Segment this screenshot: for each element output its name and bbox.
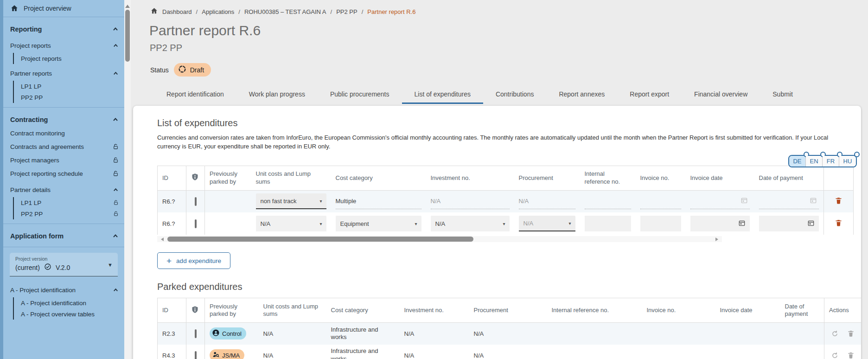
translation-status-dot <box>854 152 860 157</box>
table-header-row: ID Previously parked by Unit costs and L… <box>158 298 862 323</box>
tab-financial-overview[interactable]: Financial overview <box>682 86 760 104</box>
sidebar-item-project-overview[interactable]: Project overview <box>3 0 124 17</box>
invoice-no-input[interactable] <box>640 193 681 209</box>
sidebar-item-lp1-lp[interactable]: LP1 LP <box>14 81 124 92</box>
invoice-date-picker[interactable] <box>690 216 750 231</box>
scroll-left-arrow[interactable] <box>159 237 164 241</box>
internal-reference-input[interactable] <box>585 216 631 231</box>
scrollbar-thumb[interactable] <box>125 10 130 62</box>
scrollbar-thumb[interactable] <box>167 237 473 242</box>
payment-date-picker[interactable] <box>759 193 819 209</box>
tab-list-of-expenditures[interactable]: List of expenditures <box>402 86 483 104</box>
expenditures-table: ID Previously parked by Unit costs and L… <box>157 166 854 235</box>
main-vertical-scrollbar[interactable] <box>124 0 131 359</box>
sidebar-item-partner-details-header[interactable]: Partner details <box>3 184 124 196</box>
delete-parked-button[interactable] <box>847 329 855 338</box>
sidebar-section-application-form[interactable]: Application form <box>3 229 124 243</box>
unit-costs-select[interactable]: non fast track▾ <box>256 193 326 209</box>
sidebar-item-project-reporting-schedule[interactable]: Project reporting schedule <box>3 167 124 180</box>
tab-submit[interactable]: Submit <box>760 86 805 104</box>
parked-by-badge: Control <box>210 327 246 340</box>
shield-info-icon <box>191 308 199 315</box>
sidebar-item-contract-monitoring[interactable]: Contract monitoring <box>3 127 124 140</box>
row-checkbox[interactable] <box>195 219 197 228</box>
calendar-icon[interactable] <box>738 219 746 228</box>
breadcrumb-partner[interactable]: PP2 PP <box>336 8 357 15</box>
row-checkbox[interactable] <box>195 329 197 338</box>
tab-public-procurements[interactable]: Public procurements <box>318 86 402 104</box>
procurement-select[interactable]: N/A▾ <box>519 216 575 231</box>
sidebar-item-a-project-overview-tables[interactable]: A - Project overview tables <box>14 308 124 320</box>
sidebar-group: Project reports <box>13 53 124 64</box>
parked-row: R2.3 Control N/A Infrastructure and work… <box>158 323 862 345</box>
language-tab-hu[interactable]: HU <box>839 156 856 167</box>
language-tab-de[interactable]: DE <box>789 156 806 167</box>
table-horizontal-scrollbar[interactable] <box>157 236 722 242</box>
delete-expenditure-button[interactable] <box>835 218 842 227</box>
divider <box>3 107 124 108</box>
tab-work-plan-progress[interactable]: Work plan progress <box>236 86 318 104</box>
cell-investment: N/A <box>400 345 469 359</box>
lock-icon <box>113 157 119 164</box>
internal-reference-input[interactable] <box>585 193 631 209</box>
add-expenditure-button[interactable]: + add expenditure <box>157 252 230 269</box>
tab-contributions[interactable]: Contributions <box>483 86 547 104</box>
delete-parked-button[interactable] <box>847 351 855 359</box>
row-checkbox[interactable] <box>195 197 197 206</box>
sidebar-item-section-a-header[interactable]: A - Project identification <box>3 284 124 296</box>
row-checkbox[interactable] <box>195 351 197 359</box>
investment-field[interactable]: N/A <box>431 193 510 209</box>
scroll-right-arrow[interactable] <box>715 237 720 241</box>
investment-select[interactable]: N/A▾ <box>431 216 510 231</box>
col-internal-reference-no: Internal reference no. <box>547 298 642 323</box>
divider <box>3 17 124 17</box>
cost-category-select[interactable]: Equipment▾ <box>336 216 421 231</box>
tab-report-export[interactable]: Report export <box>617 86 682 104</box>
breadcrumb-dashboard[interactable]: Dashboard <box>162 8 192 15</box>
chevron-down-icon: ▾ <box>319 199 322 204</box>
col-invoice-date: Invoice date <box>686 166 754 190</box>
invoice-date-picker[interactable] <box>690 193 750 209</box>
sidebar-item-pp2-pp[interactable]: PP2 PP <box>14 92 124 103</box>
expenditure-row: R6.? N/A▾ Equipment▾ N/A▾ N/A▾ <box>158 212 854 235</box>
cost-category-field[interactable]: Multiple <box>336 193 421 209</box>
sidebar-item-a-project-identification[interactable]: A - Project identification <box>14 297 124 308</box>
reinclude-expenditure-button[interactable] <box>831 330 839 338</box>
chevron-down-icon: ▾ <box>319 221 322 226</box>
breadcrumb-separator: / <box>331 8 332 15</box>
page-subtitle: PP2 PP <box>150 43 868 53</box>
cell-previously-parked <box>205 190 251 212</box>
payment-date-picker[interactable] <box>759 216 819 231</box>
tab-report-identification[interactable]: Report identification <box>154 86 236 104</box>
invoice-no-input[interactable] <box>640 216 681 231</box>
sidebar-item-project-managers[interactable]: Project managers <box>3 154 124 167</box>
home-icon <box>10 4 19 13</box>
breadcrumb-applications[interactable]: Applications <box>202 8 234 15</box>
sidebar-item-partner-details-lp1[interactable]: LP1 LP <box>14 197 124 208</box>
sidebar-item-partner-details-pp2[interactable]: PP2 PP <box>14 208 124 219</box>
expenditures-card: List of expenditures Currencies and conv… <box>133 106 861 359</box>
tab-report-annexes[interactable]: Report annexes <box>546 86 617 104</box>
breadcrumb-project[interactable]: ROHU00385 – TEST AGAIN A <box>244 8 326 15</box>
project-version-select[interactable]: Project version (current) V.2.0 ▼ <box>10 253 118 276</box>
sidebar-item-contracts-and-agreements[interactable]: Contracts and agreements <box>3 140 124 154</box>
reinclude-expenditure-button[interactable] <box>831 352 839 359</box>
sidebar-item-project-reports[interactable]: Project reports <box>14 53 124 64</box>
calendar-icon[interactable] <box>810 197 817 205</box>
sidebar-item-project-reports-header[interactable]: Project reports <box>3 39 124 51</box>
table-header-row: ID Previously parked by Unit costs and L… <box>158 166 854 190</box>
procurement-field[interactable]: N/A <box>519 193 575 209</box>
language-tab-fr[interactable]: FR <box>823 156 839 167</box>
sidebar-section-contracting[interactable]: Contracting <box>3 113 124 127</box>
calendar-icon[interactable] <box>807 219 815 228</box>
scroll-up-arrow[interactable] <box>125 2 130 8</box>
calendar-icon[interactable] <box>740 197 748 205</box>
draft-sync-icon <box>178 65 186 75</box>
language-tab-en[interactable]: EN <box>806 156 823 167</box>
sidebar-section-reporting[interactable]: Reporting <box>3 22 124 36</box>
shield-info-icon <box>191 176 199 183</box>
delete-expenditure-button[interactable] <box>835 196 842 205</box>
col-procurement: Procurement <box>469 298 547 323</box>
unit-costs-select[interactable]: N/A▾ <box>256 216 326 231</box>
sidebar-item-partner-reports-header[interactable]: Partner reports <box>3 67 124 79</box>
